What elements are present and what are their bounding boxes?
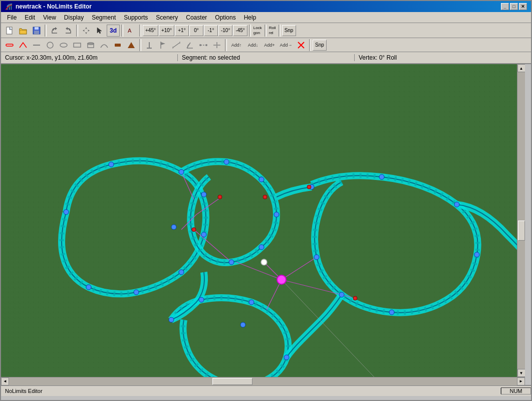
menu-view[interactable]: View [39, 13, 60, 22]
horizontal-scrollbar[interactable]: ◄ ► [1, 377, 525, 385]
snp-button[interactable]: Snp [282, 25, 296, 36]
angle-tool[interactable] [183, 39, 196, 51]
move-tool[interactable] [80, 25, 93, 37]
menu-edit[interactable]: Edit [21, 13, 39, 22]
svg-point-53 [171, 225, 176, 230]
maximize-button[interactable]: □ [510, 3, 518, 10]
cylinder-tool[interactable] [84, 39, 97, 51]
add-end-btn[interactable]: Add→ [278, 39, 294, 51]
menu-display[interactable]: Display [60, 13, 88, 22]
segment-status: Segment: no selected [178, 54, 355, 61]
menu-options[interactable]: Options [211, 13, 239, 22]
angle-minus10[interactable]: -10° [218, 25, 232, 36]
scroll-thumb-vertical[interactable] [518, 221, 525, 241]
menu-segment[interactable]: Segment [88, 13, 120, 22]
svg-point-55 [259, 177, 264, 182]
sep3 [121, 25, 123, 37]
save-button[interactable] [30, 25, 43, 37]
measure-tool[interactable] [170, 39, 183, 51]
canvas-container[interactable]: ▲ ▼ [1, 64, 525, 377]
rail-tool[interactable] [111, 39, 124, 51]
scroll-left-button[interactable]: ◄ [1, 377, 9, 385]
node-tool[interactable] [17, 39, 30, 51]
scroll-right-button[interactable]: ► [517, 377, 525, 385]
svg-text:A: A [128, 28, 132, 34]
menu-scenery[interactable]: Scenery [152, 13, 182, 22]
toolbar-main: 3d A +45° +10° +1° 0° -1° -10° -45° Lock… [1, 23, 531, 38]
terrain-tool[interactable] [125, 39, 138, 51]
angle-minus1[interactable]: -1° [204, 25, 218, 36]
svg-point-51 [134, 290, 139, 295]
titlebar: 🎢 newtrack - NoLimits Editor _ □ ✕ [1, 1, 531, 12]
track-shape-tool[interactable] [3, 39, 16, 51]
scroll-down-button[interactable]: ▼ [517, 369, 525, 377]
angle-plus45[interactable]: +45° [143, 25, 158, 36]
oval-tool[interactable] [57, 39, 70, 51]
post-tool[interactable] [143, 39, 156, 51]
window-title: newtrack - NoLimits Editor [16, 3, 92, 10]
svg-point-23 [199, 44, 201, 46]
cursor-position: Cursor: x-20.30m, y1.00m, z1.60m [1, 54, 178, 61]
svg-point-74 [307, 185, 311, 189]
split-tool[interactable] [210, 39, 223, 51]
minimize-button[interactable]: _ [501, 3, 509, 10]
svg-point-49 [201, 232, 206, 237]
flag-tool[interactable] [156, 39, 169, 51]
svg-rect-4 [34, 31, 39, 34]
redo-button[interactable] [62, 25, 75, 37]
menu-supports[interactable]: Supports [120, 13, 152, 22]
add-before-btn[interactable]: Add↑ [228, 39, 244, 51]
sep10 [309, 39, 311, 51]
close-button[interactable]: ✕ [519, 3, 527, 10]
snp2-button[interactable]: Snp [313, 40, 327, 51]
add-ctrl-btn[interactable]: Add+ [261, 39, 278, 51]
angle-minus45[interactable]: -45° [233, 25, 247, 36]
svg-point-62 [474, 252, 479, 257]
sep9 [225, 39, 227, 51]
scroll-thumb-horizontal[interactable] [212, 378, 252, 385]
scroll-up-button[interactable]: ▲ [517, 64, 525, 72]
rect-tool[interactable] [71, 39, 84, 51]
sep1 [45, 25, 47, 37]
undo-button[interactable] [48, 25, 61, 37]
3d-button[interactable]: 3d [107, 25, 120, 37]
menu-coaster[interactable]: Coaster [182, 13, 211, 22]
circle-tool[interactable] [44, 39, 57, 51]
svg-point-56 [274, 212, 279, 217]
scroll-track-vertical[interactable] [517, 72, 525, 369]
svg-point-47 [179, 169, 184, 174]
svg-point-75 [192, 228, 196, 232]
svg-point-60 [379, 174, 384, 179]
svg-point-24 [205, 44, 207, 46]
svg-point-63 [389, 310, 394, 315]
selected-vertex[interactable] [261, 259, 267, 265]
delete-segment-btn[interactable] [295, 39, 308, 51]
tool-a[interactable]: A [125, 25, 138, 37]
vertical-scrollbar[interactable]: ▲ ▼ [517, 64, 525, 377]
angle-plus1[interactable]: +1° [175, 25, 189, 36]
select-tool[interactable] [93, 25, 106, 37]
curve-tool[interactable] [98, 39, 111, 51]
scroll-track-horizontal[interactable] [9, 377, 517, 385]
sep4 [139, 25, 141, 37]
sep2 [76, 25, 78, 37]
straight-tool[interactable] [30, 39, 43, 51]
open-button[interactable] [17, 25, 30, 37]
svg-point-65 [339, 292, 344, 297]
menu-help[interactable]: Help [240, 13, 260, 22]
connect-tool[interactable] [197, 39, 210, 51]
sep6 [264, 25, 267, 37]
track-svg[interactable] [1, 64, 525, 377]
active-vertex[interactable] [277, 275, 286, 284]
add-after-btn[interactable]: Add↓ [245, 39, 261, 51]
menu-file[interactable]: File [3, 13, 21, 22]
svg-point-73 [353, 296, 357, 300]
svg-rect-16 [147, 48, 152, 49]
svg-point-52 [86, 285, 91, 290]
app-window: 🎢 newtrack - NoLimits Editor _ □ ✕ File … [0, 0, 532, 401]
angle-plus10[interactable]: +10° [159, 25, 174, 36]
angle-0[interactable]: 0° [189, 25, 203, 36]
svg-point-66 [199, 297, 204, 302]
new-button[interactable] [3, 25, 16, 37]
titlebar-controls: _ □ ✕ [501, 3, 527, 10]
